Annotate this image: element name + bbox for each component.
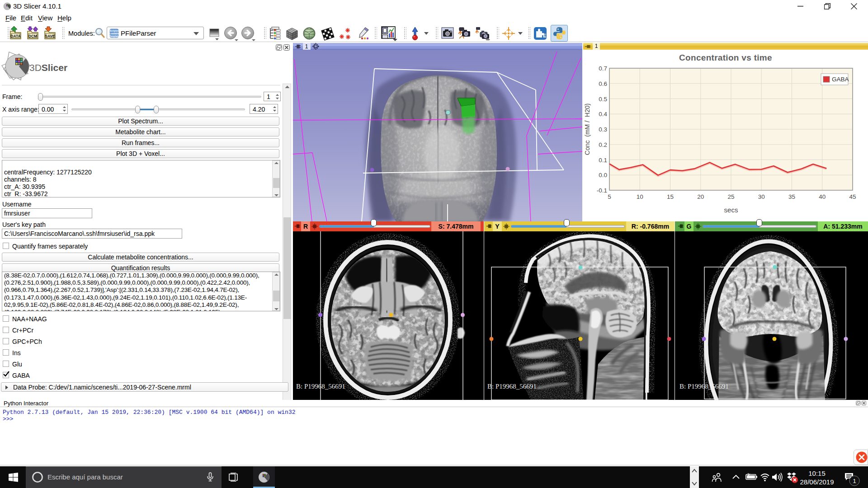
svg-text:1: 1 <box>305 43 308 50</box>
svg-text:0.0: 0.0 <box>599 172 607 178</box>
svg-text:20: 20 <box>697 193 704 200</box>
svg-text:0.1: 0.1 <box>599 157 607 164</box>
svg-text:45: 45 <box>849 193 856 200</box>
svg-text:B: P19968_56691: B: P19968_56691 <box>679 383 729 390</box>
svg-text:B: P19968_56691: B: P19968_56691 <box>296 383 345 390</box>
svg-text:secs: secs <box>724 206 738 214</box>
svg-text:5: 5 <box>608 193 611 200</box>
svg-text:30: 30 <box>758 193 765 200</box>
svg-text:35: 35 <box>788 193 795 200</box>
svg-text:0.3: 0.3 <box>599 126 607 133</box>
svg-text:Template: Template <box>109 35 119 38</box>
svg-text:DATA: DATA <box>10 34 20 38</box>
svg-text:-0.1: -0.1 <box>597 187 607 194</box>
svg-text:25: 25 <box>727 193 734 200</box>
svg-text:40: 40 <box>819 193 826 200</box>
svg-text:1: 1 <box>853 478 856 484</box>
svg-text:0.5: 0.5 <box>599 96 607 103</box>
svg-text:10: 10 <box>637 193 643 200</box>
svg-text:15: 15 <box>667 193 674 200</box>
svg-text:3DSlicer: 3DSlicer <box>29 62 67 73</box>
svg-text:Conc (mM / H20): Conc (mM / H20) <box>584 103 591 155</box>
svg-text:0.6: 0.6 <box>599 80 607 87</box>
svg-text:0.2: 0.2 <box>599 141 607 148</box>
svg-text:DCM: DCM <box>28 34 37 38</box>
svg-text:B: P19968_56691: B: P19968_56691 <box>487 383 537 390</box>
svg-text:0.7: 0.7 <box>599 65 607 72</box>
svg-text:E: E <box>543 33 546 38</box>
svg-text:GABA: GABA <box>832 76 849 83</box>
svg-text:SAVE: SAVE <box>45 34 55 38</box>
svg-text:0.4: 0.4 <box>599 111 607 117</box>
